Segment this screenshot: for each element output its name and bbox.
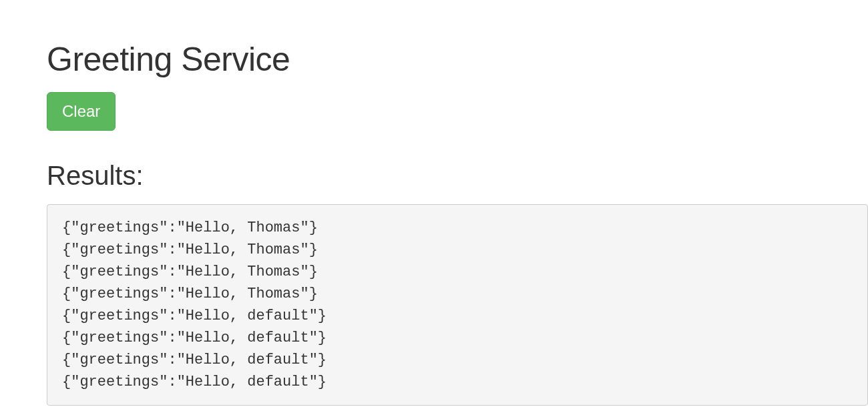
- result-line: {"greetings":"Hello, default"}: [62, 349, 853, 371]
- page-title: Greeting Service: [47, 40, 868, 79]
- result-line: {"greetings":"Hello, default"}: [62, 305, 853, 327]
- result-line: {"greetings":"Hello, default"}: [62, 371, 853, 393]
- result-line: {"greetings":"Hello, Thomas"}: [62, 217, 853, 239]
- result-line: {"greetings":"Hello, Thomas"}: [62, 283, 853, 305]
- results-output: {"greetings":"Hello, Thomas"} {"greeting…: [47, 204, 868, 406]
- result-line: {"greetings":"Hello, default"}: [62, 327, 853, 349]
- result-line: {"greetings":"Hello, Thomas"}: [62, 261, 853, 283]
- clear-button[interactable]: Clear: [47, 92, 116, 131]
- result-line: {"greetings":"Hello, Thomas"}: [62, 239, 853, 261]
- results-heading: Results:: [47, 161, 868, 191]
- main-container: Greeting Service Clear Results: {"greeti…: [0, 0, 868, 406]
